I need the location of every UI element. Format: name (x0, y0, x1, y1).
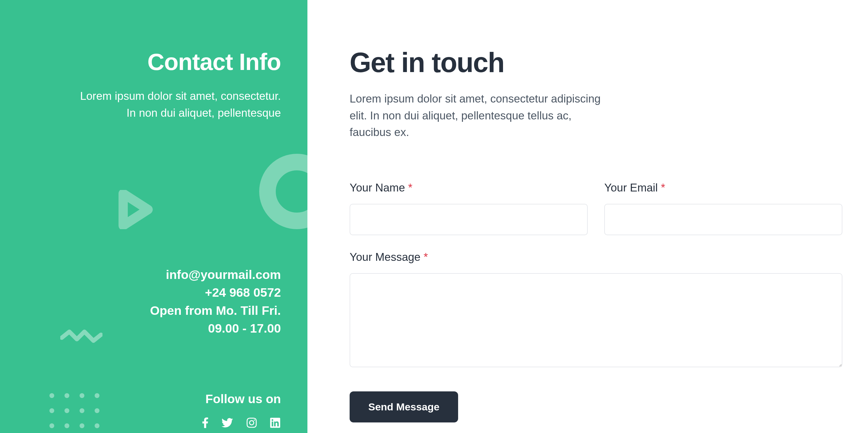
email-input[interactable] (604, 204, 842, 235)
required-indicator: * (424, 251, 428, 263)
svg-point-5 (50, 408, 54, 413)
contact-email: info@yourmail.com (27, 266, 281, 284)
svg-point-3 (80, 393, 84, 398)
form-heading: Get in touch (350, 47, 842, 78)
required-indicator: * (408, 181, 412, 194)
svg-point-10 (64, 423, 69, 428)
decorative-triangle-icon (118, 190, 154, 230)
svg-point-12 (95, 423, 99, 428)
name-field-group: Your Name * (350, 181, 588, 235)
linkedin-icon[interactable] (270, 417, 281, 429)
svg-point-2 (64, 393, 69, 398)
email-field-group: Your Email * (604, 181, 842, 235)
send-message-button[interactable]: Send Message (350, 392, 458, 423)
name-input[interactable] (350, 204, 588, 235)
name-label: Your Name * (350, 181, 588, 194)
message-field-group: Your Message * (350, 251, 842, 367)
form-row-1: Your Name * Your Email * (350, 181, 842, 235)
required-indicator: * (661, 181, 665, 194)
contact-phone: +24 968 0572 (27, 284, 281, 301)
message-label-text: Your Message (350, 251, 421, 263)
svg-point-11 (80, 423, 84, 428)
svg-marker-0 (123, 194, 148, 226)
decorative-zigzag-icon (60, 327, 102, 346)
contact-hours-1: Open from Mo. Till Fri. (27, 302, 281, 320)
email-label: Your Email * (604, 181, 842, 194)
facebook-icon[interactable] (202, 417, 209, 429)
svg-point-1 (50, 393, 54, 398)
email-label-text: Your Email (604, 181, 658, 194)
intro-line-2: In non dui aliquet, pellentesque (27, 105, 281, 121)
instagram-icon[interactable] (246, 417, 257, 429)
svg-point-8 (95, 408, 99, 413)
message-label: Your Message * (350, 251, 842, 263)
decorative-circle-icon (259, 154, 307, 229)
decorative-dots-icon (49, 393, 103, 433)
contact-form-panel: Get in touch Lorem ipsum dolor sit amet,… (307, 0, 868, 433)
contact-info-panel: Contact Info Lorem ipsum dolor sit amet,… (0, 0, 307, 433)
intro-line-1: Lorem ipsum dolor sit amet, consectetur. (27, 88, 281, 105)
svg-point-4 (95, 393, 99, 398)
message-textarea[interactable] (350, 273, 842, 367)
twitter-icon[interactable] (221, 417, 234, 429)
contact-intro-text: Lorem ipsum dolor sit amet, consectetur.… (27, 88, 281, 121)
form-description: Lorem ipsum dolor sit amet, consectetur … (350, 90, 612, 141)
contact-info-heading: Contact Info (27, 48, 281, 76)
name-label-text: Your Name (350, 181, 405, 194)
svg-point-7 (80, 408, 84, 413)
svg-point-6 (64, 408, 69, 413)
svg-point-9 (50, 423, 54, 428)
